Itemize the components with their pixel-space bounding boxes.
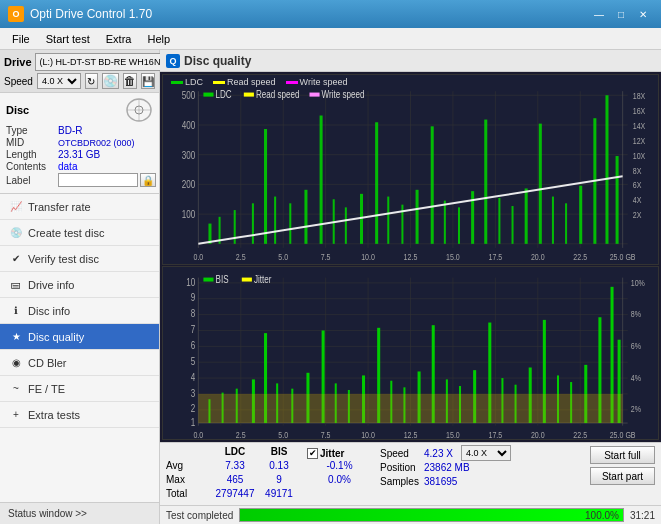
legend-ldc-label: LDC [185, 77, 203, 87]
speed-refresh-button[interactable]: ↻ [85, 73, 98, 89]
drive-action-btn3[interactable]: 💾 [141, 73, 155, 89]
bis-max: 9 [259, 474, 299, 488]
fe-te-icon: ~ [8, 381, 24, 397]
disc-type-row: Type BD-R [6, 125, 153, 136]
menubar: File Start test Extra Help [0, 28, 661, 50]
svg-text:6X: 6X [633, 179, 642, 190]
write-speed-color [286, 81, 298, 84]
svg-text:16X: 16X [633, 105, 646, 116]
svg-text:10.0: 10.0 [361, 430, 375, 439]
svg-text:7: 7 [191, 323, 195, 335]
jitter-section: ✔ Jitter -0.1% 0.0% [307, 446, 372, 502]
sidebar-item-cd-bler[interactable]: ◉ CD Bler [0, 350, 159, 376]
start-part-button[interactable]: Start part [590, 467, 655, 485]
close-button[interactable]: ✕ [633, 6, 653, 22]
upper-chart-legend: LDC Read speed Write speed [171, 77, 347, 87]
svg-text:12X: 12X [633, 135, 646, 146]
legend-read-speed: Read speed [213, 77, 276, 87]
svg-text:500: 500 [182, 89, 195, 101]
sidebar-item-extra-tests[interactable]: + Extra tests [0, 402, 159, 428]
sidebar-label-transfer-rate: Transfer rate [28, 201, 91, 213]
jitter-checkbox[interactable]: ✔ [307, 448, 318, 459]
svg-text:0.0: 0.0 [193, 251, 203, 262]
svg-text:Write speed: Write speed [322, 88, 365, 100]
app-icon: O [8, 6, 24, 22]
sidebar-item-verify-test-disc[interactable]: ✔ Verify test disc [0, 246, 159, 272]
sidebar-item-transfer-rate[interactable]: 📈 Transfer rate [0, 194, 159, 220]
disc-mid-label: MID [6, 137, 58, 148]
sidebar-label-verify-test-disc: Verify test disc [28, 253, 99, 265]
speed-select-main[interactable]: 4.0 X [37, 73, 81, 89]
label-input-group: 🔒 [58, 173, 156, 187]
svg-text:22.5: 22.5 [573, 251, 587, 262]
menu-starttest[interactable]: Start test [38, 31, 98, 47]
menu-help[interactable]: Help [139, 31, 178, 47]
svg-text:17.5: 17.5 [488, 251, 502, 262]
svg-text:4: 4 [191, 371, 195, 383]
ldc-color [171, 81, 183, 84]
svg-rect-47 [208, 224, 211, 244]
samples-label: Samples [380, 476, 420, 487]
svg-rect-76 [605, 95, 608, 244]
disc-contents-value: data [58, 161, 77, 172]
svg-text:8%: 8% [631, 309, 642, 319]
sidebar-item-fe-te[interactable]: ~ FE / TE [0, 376, 159, 402]
right-panel: Q Disc quality LDC Read speed [160, 50, 661, 524]
svg-text:12.5: 12.5 [404, 251, 418, 262]
progress-label: Test completed [166, 510, 233, 521]
jitter-checkbox-row: ✔ Jitter [307, 446, 372, 460]
drive-action-btn1[interactable]: 💿 [102, 73, 119, 89]
svg-text:22.5: 22.5 [573, 430, 587, 439]
menu-extra[interactable]: Extra [98, 31, 140, 47]
svg-text:5.0: 5.0 [278, 430, 288, 439]
sidebar-item-drive-info[interactable]: 🖴 Drive info [0, 272, 159, 298]
svg-text:4%: 4% [631, 373, 642, 383]
svg-text:8: 8 [191, 307, 195, 319]
sidebar-label-disc-quality: Disc quality [28, 331, 84, 343]
create-test-disc-icon: 💿 [8, 225, 24, 241]
drive-label: Drive [4, 56, 32, 68]
sidebar-item-create-test-disc[interactable]: 💿 Create test disc [0, 220, 159, 246]
lower-chart-svg: 10 9 8 7 6 5 4 3 2 1 10% 8% 6% 4% 2% [163, 267, 658, 439]
svg-text:25.0 GB: 25.0 GB [610, 430, 636, 439]
disc-length-value: 23.31 GB [58, 149, 100, 160]
svg-text:LDC: LDC [216, 88, 232, 100]
disc-label-button[interactable]: 🔒 [140, 173, 156, 187]
start-full-button[interactable]: Start full [590, 446, 655, 464]
disc-contents-label: Contents [6, 161, 58, 172]
legend-ldc: LDC [171, 77, 203, 87]
status-window-button[interactable]: Status window >> [0, 502, 159, 524]
stats-col-bis: BIS 0.13 9 49171 [259, 446, 299, 502]
ldc-total: 2797447 [215, 488, 255, 502]
svg-text:12.5: 12.5 [404, 430, 418, 439]
svg-rect-73 [565, 203, 567, 244]
main-layout: Drive (L:) HL-DT-ST BD-RE WH16NS58 TST4 … [0, 50, 661, 524]
svg-rect-59 [375, 122, 378, 244]
jitter-max: 0.0% [307, 474, 372, 488]
menu-file[interactable]: File [4, 31, 38, 47]
svg-text:2.5: 2.5 [236, 430, 246, 439]
svg-rect-164 [203, 278, 213, 282]
maximize-button[interactable]: □ [611, 6, 631, 22]
charts-area: LDC Read speed Write speed [160, 72, 661, 442]
minimize-button[interactable]: — [589, 6, 609, 22]
speed-label: Speed [380, 448, 420, 459]
drive-action-btn2[interactable]: 🗑 [123, 73, 137, 89]
svg-rect-166 [242, 278, 252, 282]
start-buttons: Start full Start part [590, 446, 655, 485]
svg-text:10.0: 10.0 [361, 251, 375, 262]
samples-row: Samples 381695 [380, 474, 582, 488]
sidebar-label-disc-info: Disc info [28, 305, 70, 317]
svg-rect-62 [416, 190, 419, 244]
samples-value: 381695 [424, 476, 457, 487]
disc-quality-icon: ★ [8, 329, 24, 345]
chart-header: Q Disc quality [160, 50, 661, 72]
sidebar-label-drive-info: Drive info [28, 279, 74, 291]
disc-mid-value: OTCBDR002 (000) [58, 138, 135, 148]
speed-select2[interactable]: 4.0 X [461, 445, 511, 461]
svg-text:300: 300 [182, 149, 195, 161]
disc-label-input[interactable] [58, 173, 138, 187]
sidebar-item-disc-quality[interactable]: ★ Disc quality [0, 324, 159, 350]
svg-text:18X: 18X [633, 90, 646, 101]
sidebar-item-disc-info[interactable]: ℹ Disc info [0, 298, 159, 324]
